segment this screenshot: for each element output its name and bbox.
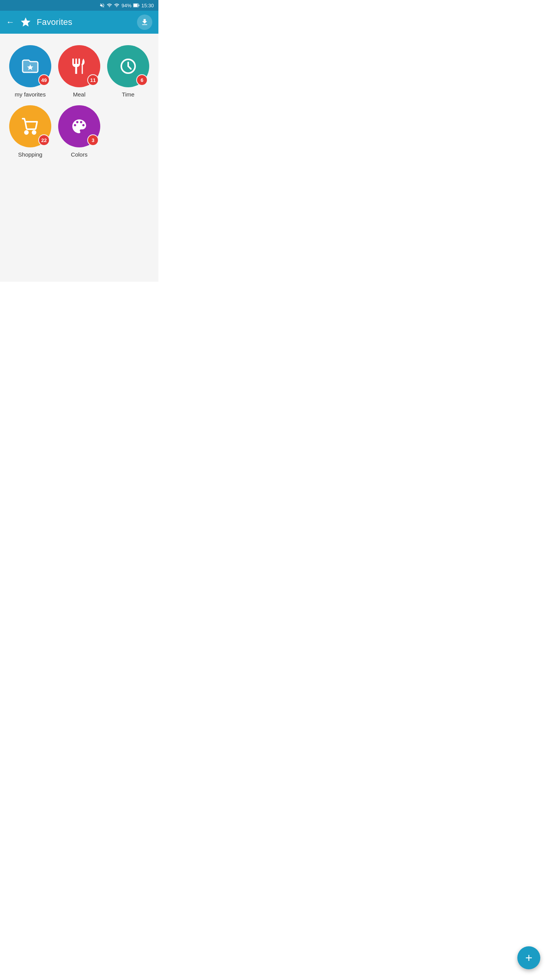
clock-icon	[119, 57, 137, 75]
badge-meal: 11	[87, 74, 99, 86]
app-bar-title: Favorites	[37, 17, 72, 27]
palette-icon	[70, 117, 88, 136]
label-shopping: Shopping	[18, 151, 42, 158]
circle-wrapper-colors: 3	[58, 105, 100, 147]
cutlery-icon	[70, 57, 88, 75]
download-icon	[140, 18, 149, 26]
circle-wrapper-shopping: 22	[9, 105, 51, 147]
category-item-shopping[interactable]: 22 Shopping	[8, 105, 53, 158]
app-bar: ← Favorites	[0, 11, 158, 34]
app-bar-left: ← Favorites	[6, 16, 72, 28]
time-text: 15:30	[141, 3, 154, 8]
back-button[interactable]: ←	[6, 17, 15, 27]
download-button[interactable]	[137, 15, 152, 30]
badge-my-favorites: 49	[38, 74, 50, 86]
badge-shopping: 22	[38, 134, 50, 146]
cart-icon	[21, 117, 39, 136]
signal-icon	[114, 3, 119, 8]
category-item-colors[interactable]: 3 Colors	[57, 105, 102, 158]
category-item-meal[interactable]: 11 Meal	[57, 45, 102, 98]
svg-rect-1	[134, 4, 138, 7]
label-time: Time	[122, 91, 135, 98]
folder-star-icon	[21, 57, 39, 75]
label-my-favorites: my favorites	[15, 91, 46, 98]
label-colors: Colors	[71, 151, 87, 158]
badge-colors: 3	[87, 134, 99, 146]
category-item-my-favorites[interactable]: 49 my favorites	[8, 45, 53, 98]
circle-wrapper-meal: 11	[58, 45, 100, 87]
category-item-time[interactable]: 6 Time	[106, 45, 151, 98]
status-bar: 94% 15:30	[0, 0, 158, 11]
favorites-grid: 49 my favorites 11 Meal	[8, 45, 151, 158]
circle-wrapper-time: 6	[107, 45, 149, 87]
battery-text: 94%	[121, 3, 131, 8]
status-icons: 94% 15:30	[99, 3, 154, 8]
svg-rect-2	[139, 5, 139, 6]
main-content: 49 my favorites 11 Meal	[0, 34, 158, 282]
badge-time: 6	[136, 74, 148, 86]
circle-wrapper-my-favorites: 49	[9, 45, 51, 87]
battery-icon	[133, 3, 139, 7]
star-icon-header	[20, 16, 31, 28]
label-meal: Meal	[73, 91, 86, 98]
wifi-icon	[107, 3, 112, 8]
mute-icon	[99, 3, 105, 8]
